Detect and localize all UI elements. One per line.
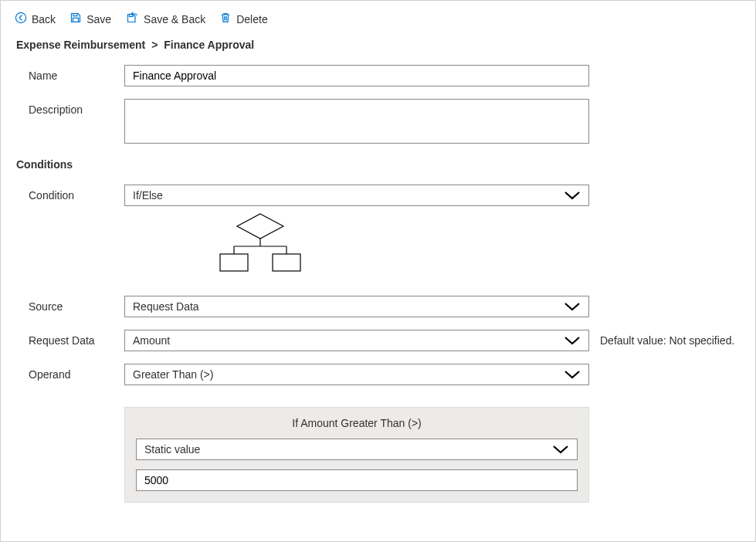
- request-data-row: Request Data Amount Default value: Not s…: [29, 330, 741, 351]
- description-label: Description: [29, 99, 124, 116]
- name-input[interactable]: [124, 65, 589, 86]
- conditions-heading: Conditions: [16, 158, 741, 171]
- chevron-down-icon: [564, 301, 581, 312]
- condition-value: If/Else: [133, 189, 163, 202]
- save-and-back-icon: [125, 12, 139, 26]
- request-data-select[interactable]: Amount: [124, 330, 589, 351]
- save-button[interactable]: Save: [69, 12, 111, 26]
- chevron-down-icon: [564, 335, 581, 346]
- request-data-value: Amount: [133, 334, 170, 347]
- svg-rect-1: [73, 14, 77, 16]
- value-type-value: Static value: [144, 443, 200, 456]
- description-row: Description: [29, 99, 741, 146]
- toolbar: Back Save Save & Back: [15, 10, 741, 37]
- if-subpanel-title: If Amount Greater Than (>): [125, 408, 588, 439]
- ifelse-diagram: [124, 211, 589, 274]
- svg-rect-9: [220, 254, 248, 271]
- back-icon: [15, 12, 27, 26]
- svg-rect-10: [273, 254, 300, 271]
- trash-icon: [219, 12, 232, 26]
- request-data-note: Default value: Not specified.: [589, 330, 734, 347]
- source-label: Source: [29, 296, 124, 313]
- operand-row: Operand Greater Than (>) If Amount Great…: [29, 364, 741, 503]
- save-icon: [69, 12, 82, 26]
- source-select[interactable]: Request Data: [124, 296, 589, 317]
- svg-marker-4: [237, 214, 283, 239]
- name-row: Name: [29, 65, 741, 86]
- breadcrumb-separator: >: [148, 39, 161, 51]
- if-subpanel: If Amount Greater Than (>) Static value: [124, 407, 589, 503]
- value-type-select[interactable]: Static value: [136, 439, 578, 460]
- breadcrumb-parent[interactable]: Expense Reimbursement: [16, 39, 145, 51]
- content-area: Name Description Conditions Condition If…: [15, 65, 741, 503]
- condition-label: Condition: [29, 185, 124, 202]
- back-label: Back: [32, 13, 56, 25]
- page-frame: Back Save Save & Back: [0, 0, 756, 542]
- description-input[interactable]: [124, 99, 589, 144]
- back-button[interactable]: Back: [15, 12, 56, 26]
- save-and-back-label: Save & Back: [144, 13, 205, 25]
- breadcrumb: Expense Reimbursement > Finance Approval: [15, 37, 741, 65]
- save-and-back-button[interactable]: Save & Back: [125, 12, 205, 26]
- chevron-down-icon: [564, 190, 581, 201]
- chevron-down-icon: [552, 444, 569, 455]
- operand-value: Greater Than (>): [133, 368, 213, 381]
- source-value: Request Data: [133, 300, 199, 313]
- save-label: Save: [86, 13, 111, 25]
- svg-rect-2: [73, 18, 79, 22]
- chevron-down-icon: [564, 369, 581, 380]
- breadcrumb-current: Finance Approval: [164, 39, 254, 51]
- delete-label: Delete: [236, 13, 267, 25]
- operand-select[interactable]: Greater Than (>): [124, 364, 589, 385]
- static-value-input[interactable]: [136, 469, 578, 491]
- delete-button[interactable]: Delete: [219, 12, 267, 26]
- name-label: Name: [29, 65, 124, 82]
- svg-point-0: [15, 12, 25, 22]
- request-data-label: Request Data: [29, 330, 124, 347]
- condition-select[interactable]: If/Else: [124, 185, 589, 206]
- operand-label: Operand: [29, 364, 124, 381]
- condition-row: Condition If/Else: [29, 185, 741, 283]
- source-row: Source Request Data: [29, 296, 741, 317]
